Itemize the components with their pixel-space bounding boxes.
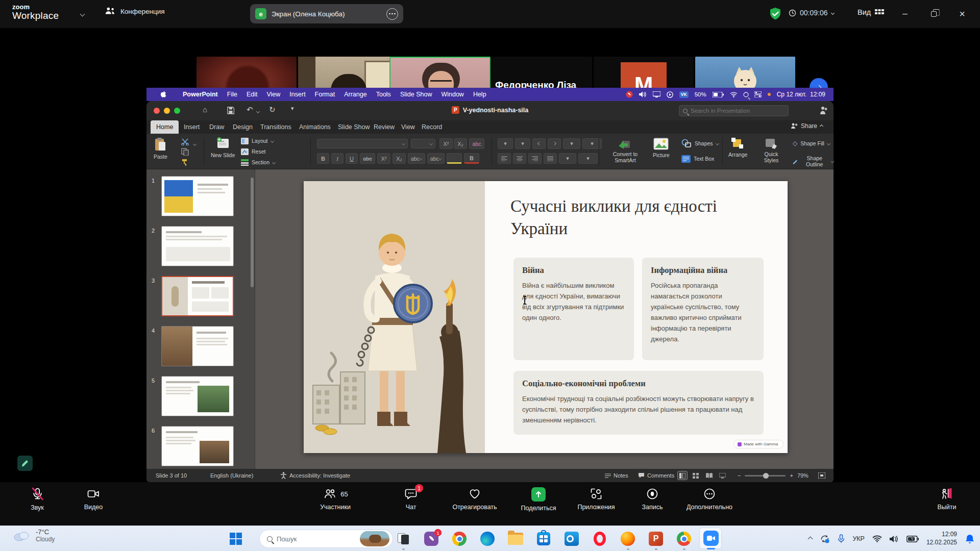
slide-card-war[interactable]: Війна Війна є найбільшим викликом для єд… <box>513 258 634 360</box>
meeting-timer[interactable]: 00:09:06 <box>789 9 834 17</box>
viber-status-icon[interactable] <box>626 91 633 98</box>
notes-button[interactable]: Notes <box>605 469 628 482</box>
close-button[interactable]: × <box>953 5 971 22</box>
slide-illustration[interactable] <box>304 181 485 453</box>
menu-slideshow[interactable]: Slide Show <box>396 88 437 101</box>
leave-button[interactable]: Выйти <box>914 487 980 511</box>
grow-font-button[interactable]: X² <box>439 138 453 149</box>
taskbar-search[interactable] <box>259 530 393 548</box>
zoom-slider[interactable] <box>745 475 786 477</box>
made-with-gamma-badge[interactable]: Made with Gamma <box>733 440 783 448</box>
font-name-select[interactable] <box>317 139 408 148</box>
text-direction-button[interactable]: ▾ <box>559 153 576 164</box>
display-status-icon[interactable] <box>653 91 660 97</box>
bullets-button[interactable]: ▾ <box>498 138 513 149</box>
zoom-out-button[interactable]: − <box>738 472 741 479</box>
reset-button[interactable]: Reset <box>241 148 265 155</box>
apple-logo-icon[interactable] <box>161 91 168 98</box>
clear-formatting-button[interactable]: abc <box>469 138 484 149</box>
file-explorer-icon[interactable] <box>507 531 524 547</box>
mac-minimize-button[interactable] <box>164 108 170 114</box>
format-painter-icon[interactable] <box>181 158 189 166</box>
volume-status-icon[interactable] <box>639 91 647 97</box>
weather-widget[interactable]: -7°C Cloudy <box>12 528 55 543</box>
menu-insert[interactable]: Insert <box>285 88 310 101</box>
restore-button[interactable] <box>925 5 942 22</box>
start-button[interactable] <box>228 531 244 547</box>
search-input[interactable] <box>691 108 777 114</box>
toolbar-options-icon[interactable]: ▾ <box>291 105 294 112</box>
zoom-percent[interactable]: 79% <box>797 472 808 479</box>
font-size-select[interactable] <box>411 139 435 148</box>
justify-button[interactable] <box>544 153 557 164</box>
tab-draw[interactable]: Draw <box>204 120 230 134</box>
tab-animations[interactable]: Animations <box>293 120 336 134</box>
presentation-search[interactable] <box>679 105 789 116</box>
outlook-app-icon[interactable] <box>564 531 580 547</box>
paste-button[interactable]: Paste <box>154 137 167 160</box>
new-slide-button[interactable]: New Slide <box>211 137 235 158</box>
section-button[interactable]: Section <box>241 159 275 166</box>
zoom-slider-thumb[interactable] <box>763 473 769 479</box>
align-left-button[interactable] <box>498 153 511 164</box>
slide-thumbnail-2[interactable] <box>161 226 234 266</box>
tray-battery-icon[interactable] <box>906 536 919 542</box>
share-button[interactable]: Share <box>791 122 823 130</box>
shape-outline-button[interactable]: Shape Outline <box>793 155 834 167</box>
record-status-icon[interactable] <box>667 91 673 98</box>
menu-edit[interactable]: Edit <box>242 88 262 101</box>
line-spacing-button[interactable]: ▾ <box>563 138 580 149</box>
tab-meeting[interactable]: Конференция <box>105 6 165 16</box>
menu-file[interactable]: File <box>223 88 242 101</box>
align-center-button[interactable] <box>513 153 526 164</box>
superscript-button[interactable]: X² <box>377 153 390 164</box>
powerpoint-app-icon[interactable]: P <box>648 531 664 547</box>
more-button[interactable]: Дополнительно <box>676 487 743 511</box>
normal-view-button[interactable] <box>677 471 688 480</box>
tab-insert[interactable]: Insert <box>178 120 205 134</box>
battery-icon[interactable] <box>713 92 724 97</box>
taskbar-search-input[interactable] <box>277 535 343 543</box>
save-icon[interactable] <box>227 107 234 114</box>
slide-thumbnail-3-selected[interactable] <box>161 276 234 316</box>
tray-clock[interactable]: 12:09 12.02.2025 <box>926 531 957 546</box>
view-button[interactable]: Вид <box>857 8 885 16</box>
shape-fill-button[interactable]: ◇ Shape Fill <box>793 140 830 147</box>
redo-icon[interactable]: ↻ <box>269 105 276 114</box>
tab-screen-share[interactable]: e Экран (Олена Коцюба) <box>250 4 403 23</box>
shrink-font-button[interactable]: X₂ <box>454 138 467 149</box>
menu-help[interactable]: Help <box>469 88 491 101</box>
chrome-app-icon[interactable] <box>451 531 468 547</box>
change-case-button[interactable]: abc <box>427 153 445 164</box>
picture-button[interactable]: Picture <box>653 138 670 158</box>
update-sync-icon[interactable] <box>820 534 830 543</box>
slide-title[interactable]: Сучасні виклики для єдності України <box>510 195 755 240</box>
video-button[interactable]: Видео <box>60 487 127 511</box>
sorter-view-button[interactable] <box>691 471 701 480</box>
notification-bell-icon[interactable] <box>965 534 975 544</box>
tray-wifi-icon[interactable] <box>872 535 882 542</box>
undo-dropdown-icon[interactable] <box>256 110 260 113</box>
layout-button[interactable]: Layout <box>241 138 274 144</box>
tab-record[interactable]: Record <box>416 120 448 134</box>
arrange-button[interactable]: Arrange <box>728 138 747 158</box>
zoom-app-active[interactable] <box>699 528 722 549</box>
task-view-button[interactable] <box>395 531 411 547</box>
viber-app-icon[interactable]: 1 <box>423 531 439 547</box>
language-indicator[interactable]: УКР <box>852 535 865 542</box>
menu-window[interactable]: Window <box>436 88 468 101</box>
decrease-indent-button[interactable] <box>532 138 546 149</box>
workspace-chevron-down-icon[interactable] <box>80 12 85 17</box>
record-button[interactable]: Запись <box>619 487 685 511</box>
slideshow-view-button[interactable] <box>717 471 727 480</box>
minimize-button[interactable]: – <box>896 5 914 22</box>
undo-icon[interactable]: ↶ <box>247 105 253 114</box>
menu-powerpoint[interactable]: PowerPoint <box>178 88 223 101</box>
slide-thumbnail-6[interactable] <box>161 426 234 466</box>
underline-button[interactable]: U <box>346 153 358 164</box>
language-indicator[interactable]: English (Ukraine) <box>210 469 253 482</box>
highlight-button[interactable] <box>447 153 462 164</box>
slide-thumbnail-5[interactable] <box>161 376 234 416</box>
tray-volume-icon[interactable] <box>890 535 899 543</box>
annotate-button[interactable] <box>17 456 33 471</box>
